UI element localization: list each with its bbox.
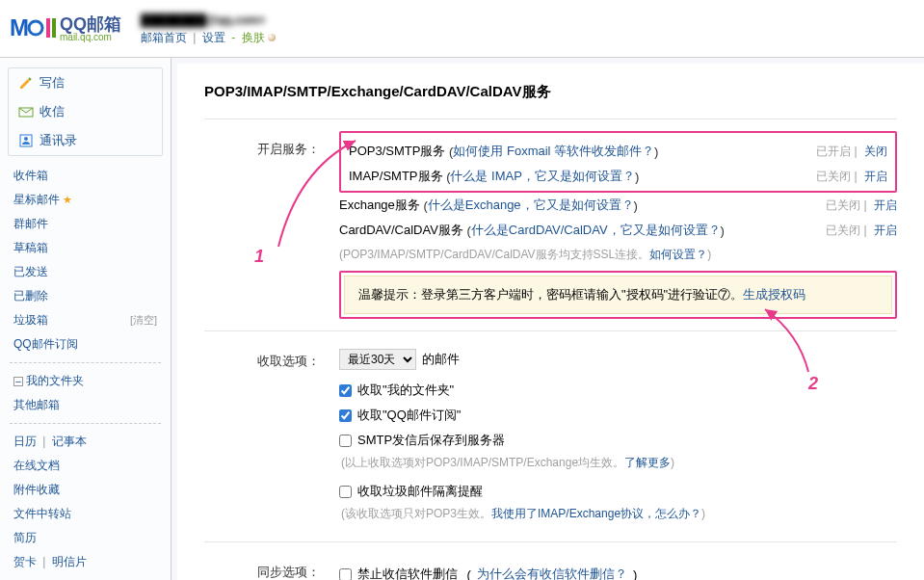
sidebar-other-mailbox[interactable]: 其他邮箱	[13, 397, 60, 413]
svg-point-6	[24, 137, 28, 141]
ssl-note: (POP3/IMAP/SMTP/CardDAV/CalDAV服务均支持SSL连接…	[339, 247, 897, 263]
sidebar-resume[interactable]: 简历	[13, 530, 37, 546]
service-row-pop3: POP3/SMTP服务 (如何使用 Foxmail 等软件收发邮件？) 已开启 …	[349, 139, 887, 164]
section-title: POP3/IMAP/SMTP/Exchange/CardDAV/CalDAV服务	[204, 83, 897, 101]
sidebar-my-folders[interactable]: –我的文件夹	[13, 373, 84, 389]
mail-logo-icon: M	[10, 13, 56, 45]
carddav-toggle[interactable]: 开启	[874, 224, 897, 237]
forbid-help-link[interactable]: 为什么会有收信软件删信？	[477, 566, 627, 580]
highlight-box-2: 温馨提示：登录第三方客户端时，密码框请输入"授权码"进行验证⑦。生成授权码	[339, 271, 897, 319]
imap-toggle[interactable]: 开启	[864, 170, 887, 183]
nav-settings-link[interactable]: 设置	[202, 31, 225, 44]
svg-rect-2	[46, 18, 50, 38]
checkbox-forbid-delete[interactable]	[339, 568, 352, 581]
receive-button[interactable]: 收信	[9, 97, 162, 126]
logo[interactable]: M QQ邮箱 mail.qq.com	[10, 13, 121, 45]
sidebar-transfer[interactable]: 文件中转站	[13, 506, 71, 522]
label-receive: 收取选项：	[204, 343, 320, 530]
envelope-icon	[18, 104, 34, 119]
checkbox-junk-remind[interactable]	[339, 486, 352, 498]
sidebar-card[interactable]: 贺卡 | 明信片	[13, 554, 87, 570]
recent-days-select[interactable]: 最近30天	[339, 349, 416, 370]
star-icon: ★	[63, 194, 72, 205]
label-service: 开启服务：	[204, 131, 320, 319]
sidebar-calendar[interactable]: 日历 | 记事本	[13, 434, 87, 450]
service-row-carddav: CardDAV/CalDAV服务 (什么是CardDAV/CalDAV，它又是如…	[339, 218, 897, 243]
carddav-help-link[interactable]: 什么是CardDAV/CalDAV，它又是如何设置？	[471, 222, 721, 239]
svg-text:M: M	[10, 14, 29, 40]
compose-button[interactable]: 写信	[9, 68, 162, 97]
top-nav: 邮箱首页 | 设置 - 换肤	[141, 29, 276, 46]
sidebar-sent[interactable]: 已发送	[13, 264, 48, 280]
nav-skin-link[interactable]: 换肤	[242, 31, 265, 44]
collapse-icon: –	[13, 377, 23, 386]
svg-point-1	[29, 21, 42, 35]
label-sync: 同步选项：	[204, 554, 320, 580]
imap-help-link[interactable]: 什么是 IMAP，它又是如何设置？	[450, 168, 634, 185]
ssl-help-link[interactable]: 如何设置？	[649, 248, 707, 261]
pop3-toggle[interactable]: 关闭	[864, 145, 887, 158]
svg-rect-3	[52, 18, 56, 38]
pencil-icon	[18, 75, 34, 91]
checkbox-smtp-save[interactable]	[339, 435, 352, 447]
account-email: ████████@qq.com>	[141, 12, 276, 29]
sidebar-docs[interactable]: 在线文档	[13, 458, 60, 474]
sidebar: 写信 收信 通讯录 收件箱 星标邮件 ★ 群邮件 草稿箱 已发送 已删除 垃圾箱…	[0, 58, 172, 580]
top-bar: M QQ邮箱 mail.qq.com ████████@qq.com> 邮箱首页…	[0, 0, 924, 58]
sidebar-trash[interactable]: 垃圾箱	[13, 312, 48, 329]
checkbox-myfolder[interactable]	[339, 384, 352, 397]
logo-subtitle: mail.qq.com	[60, 33, 121, 42]
junk-help-link[interactable]: 我使用了IMAP/Exchange协议，怎么办？	[491, 507, 701, 520]
main-panel: POP3/IMAP/SMTP/Exchange/CardDAV/CalDAV服务…	[172, 58, 924, 580]
contacts-button[interactable]: 通讯录	[9, 126, 162, 155]
exchange-help-link[interactable]: 什么是Exchange，它又是如何设置？	[428, 197, 634, 214]
service-row-imap: IMAP/SMTP服务 (什么是 IMAP，它又是如何设置？) 已关闭 | 开启	[349, 164, 887, 189]
sidebar-starred[interactable]: 星标邮件 ★	[13, 192, 72, 208]
sidebar-attach[interactable]: 附件收藏	[13, 482, 60, 498]
sidebar-deleted[interactable]: 已删除	[13, 288, 48, 304]
sidebar-inbox[interactable]: 收件箱	[13, 168, 48, 184]
checkbox-subscribe[interactable]	[339, 409, 352, 422]
sidebar-subscription[interactable]: QQ邮件订阅	[13, 336, 78, 353]
service-row-exchange: Exchange服务 (什么是Exchange，它又是如何设置？) 已关闭 | …	[339, 193, 897, 218]
trash-empty-action[interactable]: [清空]	[130, 313, 157, 328]
nav-home-link[interactable]: 邮箱首页	[141, 31, 187, 44]
logo-title: QQ邮箱	[60, 15, 121, 33]
contacts-icon	[18, 133, 34, 148]
sidebar-drafts[interactable]: 草稿箱	[13, 240, 48, 256]
exchange-toggle[interactable]: 开启	[874, 198, 897, 212]
highlight-box-1: POP3/SMTP服务 (如何使用 Foxmail 等软件收发邮件？) 已开启 …	[339, 131, 897, 193]
pop3-help-link[interactable]: 如何使用 Foxmail 等软件收发邮件？	[453, 143, 654, 160]
smtp-learn-more-link[interactable]: 了解更多	[624, 456, 671, 469]
generate-auth-code-link[interactable]: 生成授权码	[743, 287, 805, 302]
skin-dot-icon	[268, 34, 276, 41]
sidebar-group[interactable]: 群邮件	[13, 216, 48, 232]
